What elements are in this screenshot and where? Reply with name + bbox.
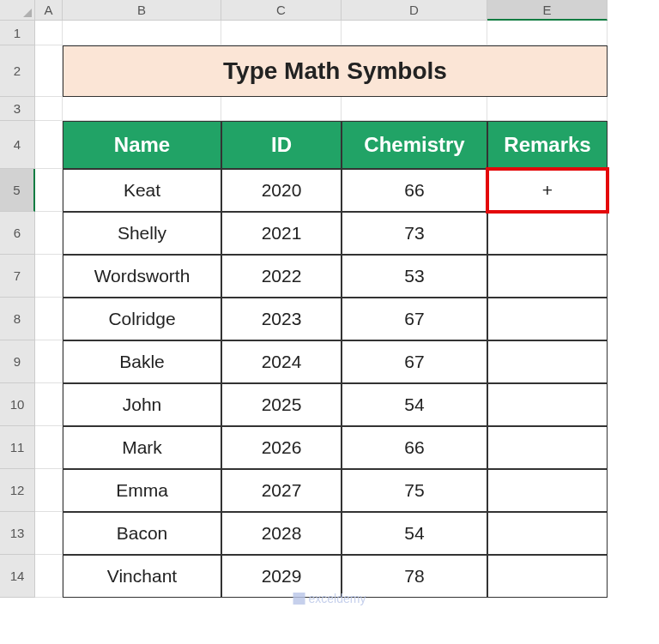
row-header-6[interactable]: 6 [0, 212, 35, 255]
column-headers: ABCDE [35, 0, 608, 21]
header-name[interactable]: Name [63, 121, 221, 169]
title-cell[interactable]: Type Math Symbols [63, 45, 608, 97]
cell-name-7[interactable]: Wordsworth [63, 255, 221, 298]
cell-E3[interactable] [487, 97, 608, 121]
cell-remarks-8[interactable] [487, 298, 608, 340]
row-11: Mark202666 [35, 426, 608, 469]
col-header-A[interactable]: A [35, 0, 63, 21]
row-header-12[interactable]: 12 [0, 469, 35, 512]
row-header-4[interactable]: 4 [0, 121, 35, 169]
cell-C1[interactable] [221, 21, 342, 45]
cell-remarks-10[interactable] [487, 383, 608, 426]
cell-remarks-11[interactable] [487, 426, 608, 469]
watermark-text: exceldemy [309, 592, 366, 605]
cell-name-13[interactable]: Bacon [63, 512, 221, 555]
cell-chemistry-10[interactable]: 54 [342, 383, 487, 426]
header-id[interactable]: ID [221, 121, 342, 169]
col-header-B[interactable]: B [63, 0, 221, 21]
cell-A6[interactable] [35, 212, 63, 255]
cell-name-8[interactable]: Colridge [63, 298, 221, 340]
header-remarks[interactable]: Remarks [487, 121, 608, 169]
cell-A14[interactable] [35, 555, 63, 598]
row-header-14[interactable]: 14 [0, 555, 35, 598]
select-all-corner[interactable] [0, 0, 35, 21]
cell-A11[interactable] [35, 426, 63, 469]
row-header-11[interactable]: 11 [0, 426, 35, 469]
cell-chemistry-12[interactable]: 75 [342, 469, 487, 512]
cell-grid: Type Math SymbolsNameIDChemistryRemarksK… [35, 21, 608, 598]
cell-name-10[interactable]: John [63, 383, 221, 426]
cell-B3[interactable] [63, 97, 221, 121]
cell-name-14[interactable]: Vinchant [63, 555, 221, 598]
cell-name-5[interactable]: Keat [63, 169, 221, 212]
row-3 [35, 97, 608, 121]
cell-A2[interactable] [35, 45, 63, 97]
row-header-1[interactable]: 1 [0, 21, 35, 45]
header-chemistry[interactable]: Chemistry [342, 121, 487, 169]
row-header-5[interactable]: 5 [0, 169, 35, 212]
cell-A5[interactable] [35, 169, 63, 212]
cell-name-6[interactable]: Shelly [63, 212, 221, 255]
cell-A9[interactable] [35, 340, 63, 383]
row-header-3[interactable]: 3 [0, 97, 35, 121]
cell-name-11[interactable]: Mark [63, 426, 221, 469]
cell-A3[interactable] [35, 97, 63, 121]
cell-name-9[interactable]: Bakle [63, 340, 221, 383]
cell-chemistry-6[interactable]: 73 [342, 212, 487, 255]
cell-id-7[interactable]: 2022 [221, 255, 342, 298]
cell-remarks-7[interactable] [487, 255, 608, 298]
cell-D1[interactable] [342, 21, 487, 45]
spreadsheet: ABCDE 1234567891011121314 Type Math Symb… [0, 0, 659, 644]
watermark: exceldemy [293, 592, 366, 605]
row-2: Type Math Symbols [35, 45, 608, 97]
cell-remarks-9[interactable] [487, 340, 608, 383]
cell-B1[interactable] [63, 21, 221, 45]
cell-id-6[interactable]: 2021 [221, 212, 342, 255]
cell-name-12[interactable]: Emma [63, 469, 221, 512]
cell-id-5[interactable]: 2020 [221, 169, 342, 212]
cell-id-10[interactable]: 2025 [221, 383, 342, 426]
cell-id-9[interactable]: 2024 [221, 340, 342, 383]
row-header-13[interactable]: 13 [0, 512, 35, 555]
row-5: Keat202066+ [35, 169, 608, 212]
cell-chemistry-7[interactable]: 53 [342, 255, 487, 298]
cell-remarks-13[interactable] [487, 512, 608, 555]
cell-A12[interactable] [35, 469, 63, 512]
cell-remarks-6[interactable] [487, 212, 608, 255]
cell-A1[interactable] [35, 21, 63, 45]
cell-remarks-14[interactable] [487, 555, 608, 598]
row-header-2[interactable]: 2 [0, 45, 35, 97]
row-header-9[interactable]: 9 [0, 340, 35, 383]
col-header-D[interactable]: D [342, 0, 487, 21]
cell-chemistry-8[interactable]: 67 [342, 298, 487, 340]
cell-id-12[interactable]: 2027 [221, 469, 342, 512]
cell-chemistry-9[interactable]: 67 [342, 340, 487, 383]
cell-id-11[interactable]: 2026 [221, 426, 342, 469]
row-10: John202554 [35, 383, 608, 426]
cell-chemistry-5[interactable]: 66 [342, 169, 487, 212]
watermark-icon [293, 593, 305, 605]
col-header-C[interactable]: C [221, 0, 342, 21]
col-header-E[interactable]: E [487, 0, 608, 21]
cell-id-13[interactable]: 2028 [221, 512, 342, 555]
cell-D3[interactable] [342, 97, 487, 121]
row-8: Colridge202367 [35, 298, 608, 340]
row-header-10[interactable]: 10 [0, 383, 35, 426]
row-1 [35, 21, 608, 45]
cell-E1[interactable] [487, 21, 608, 45]
cell-chemistry-13[interactable]: 54 [342, 512, 487, 555]
cell-chemistry-11[interactable]: 66 [342, 426, 487, 469]
cell-A13[interactable] [35, 512, 63, 555]
cell-A4[interactable] [35, 121, 63, 169]
cell-remarks-5[interactable]: + [487, 169, 608, 212]
row-7: Wordsworth202253 [35, 255, 608, 298]
row-header-7[interactable]: 7 [0, 255, 35, 298]
cell-A7[interactable] [35, 255, 63, 298]
cell-remarks-12[interactable] [487, 469, 608, 512]
row-9: Bakle202467 [35, 340, 608, 383]
cell-C3[interactable] [221, 97, 342, 121]
cell-A8[interactable] [35, 298, 63, 340]
row-header-8[interactable]: 8 [0, 298, 35, 340]
cell-A10[interactable] [35, 383, 63, 426]
cell-id-8[interactable]: 2023 [221, 298, 342, 340]
